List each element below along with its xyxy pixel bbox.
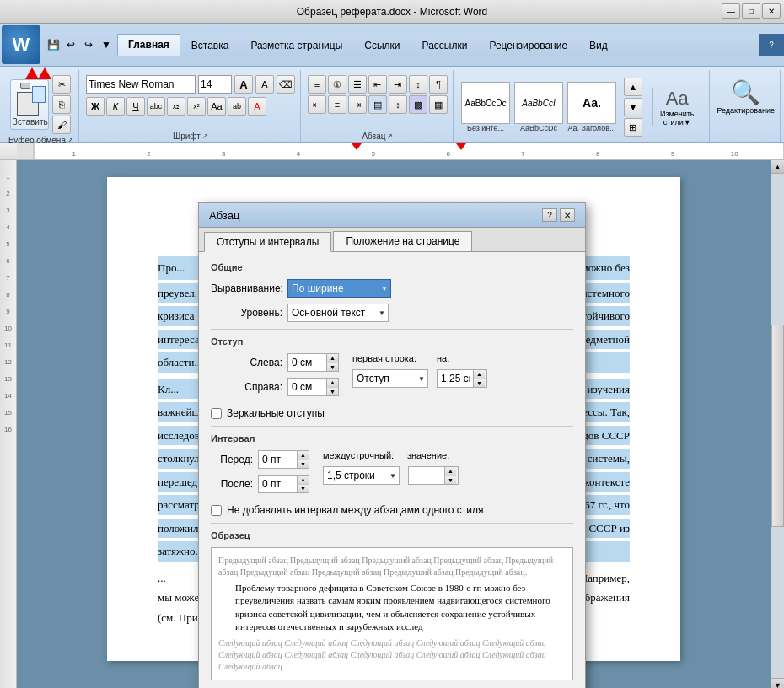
tab-review[interactable]: Рецензирование xyxy=(478,34,578,56)
borders-btn[interactable]: ▦ xyxy=(429,95,448,114)
ruler-marker-right[interactable] xyxy=(456,143,466,150)
copy-btn[interactable]: ⎘ xyxy=(52,95,71,114)
style-heading1-label: Aa. Заголов... xyxy=(567,124,615,132)
before-up[interactable]: ▲ xyxy=(297,451,309,460)
font-expand[interactable]: ↗ xyxy=(202,132,208,140)
after-down[interactable]: ▼ xyxy=(297,485,309,493)
font-name-input[interactable] xyxy=(86,75,196,94)
styles-more[interactable]: ⊞ xyxy=(624,118,642,137)
first-line-select[interactable]: Отступ Нет Выступ xyxy=(352,369,428,388)
style-no-spacing-label: AaBbCcDc xyxy=(520,124,557,132)
before-label: Перед: xyxy=(211,454,253,465)
indent-right-input[interactable] xyxy=(288,379,326,395)
dialog-tab-position[interactable]: Положение на странице xyxy=(333,231,472,251)
indent-left-input[interactable] xyxy=(288,354,326,371)
no-add-interval-checkbox[interactable] xyxy=(211,505,222,516)
font-color-btn[interactable]: A xyxy=(248,97,266,116)
line-spacing-up[interactable]: ▲ xyxy=(444,467,456,476)
style-heading1[interactable]: Aa. Aa. Заголов... xyxy=(567,82,617,132)
ruler-marker-left[interactable] xyxy=(352,143,362,150)
line-spacing-value-input[interactable] xyxy=(409,467,444,484)
align-center-btn[interactable]: ≡ xyxy=(328,95,346,114)
indent-right-down[interactable]: ▼ xyxy=(326,388,338,396)
office-button[interactable]: W xyxy=(2,25,40,64)
tab-insert[interactable]: Вставка xyxy=(180,34,240,56)
strikethrough-btn[interactable]: abc xyxy=(147,97,165,116)
alignment-select[interactable]: По ширине По левому краю По правому краю… xyxy=(287,279,391,298)
clear-format-btn[interactable]: ⌫ xyxy=(277,75,295,94)
paste-button[interactable]: Вставить xyxy=(10,79,49,130)
tab-home[interactable]: Главная xyxy=(117,34,180,56)
first-line-value-input[interactable] xyxy=(438,370,473,387)
styles-scroll-up[interactable]: ▲ xyxy=(624,78,642,96)
decrease-font-btn[interactable]: A xyxy=(255,75,274,94)
maximize-btn[interactable]: □ xyxy=(742,3,760,19)
align-right-btn[interactable]: ⇥ xyxy=(348,95,367,114)
subscript-btn[interactable]: x₂ xyxy=(167,97,185,116)
minimize-btn[interactable]: — xyxy=(722,3,740,19)
multilevel-btn[interactable]: ☰ xyxy=(348,75,367,94)
style-normal[interactable]: AaBbCcDc Без инте... xyxy=(460,82,511,132)
close-btn[interactable]: ✕ xyxy=(762,3,781,19)
before-down[interactable]: ▼ xyxy=(297,460,309,469)
bold-btn[interactable]: Ж xyxy=(86,97,105,116)
superscript-btn[interactable]: x² xyxy=(187,97,206,116)
indent-right-spinbox: ▲ ▼ xyxy=(287,378,339,396)
save-quick-btn[interactable]: 💾 xyxy=(46,37,61,52)
sort-btn[interactable]: ↕ xyxy=(409,75,427,94)
indent-left-down[interactable]: ▼ xyxy=(326,363,338,372)
decrease-indent-btn[interactable]: ⇤ xyxy=(368,75,387,94)
scroll-thumb[interactable] xyxy=(771,325,784,526)
change-case-btn[interactable]: Аа xyxy=(207,97,226,116)
paragraph-label: Абзац ↗ xyxy=(308,132,448,141)
paragraph-expand[interactable]: ↗ xyxy=(387,132,393,140)
ruler-body[interactable]: 1 2 3 4 5 6 7 8 9 10 xyxy=(34,143,784,159)
indent-left-up[interactable]: ▲ xyxy=(326,354,338,363)
style-no-spacing[interactable]: AaBbCcI AaBbCcDc xyxy=(513,82,564,132)
format-painter-btn[interactable]: 🖌 xyxy=(52,116,71,134)
level-select[interactable]: Основной текст Уровень 1 Уровень 2 xyxy=(287,304,389,322)
undo-quick-btn[interactable]: ↩ xyxy=(63,37,78,52)
quick-access-toolbar: 💾 ↩ ↪ ▼ xyxy=(42,35,117,54)
indent-right-up[interactable]: ▲ xyxy=(326,379,338,388)
line-spacing-down[interactable]: ▼ xyxy=(444,476,456,485)
ribbon-help-btn[interactable]: ? xyxy=(759,34,784,56)
increase-indent-btn[interactable]: ⇥ xyxy=(389,75,407,94)
tab-view[interactable]: Вид xyxy=(578,34,619,56)
editing-icon[interactable]: 🔍 Редактирование xyxy=(717,78,775,115)
after-input[interactable] xyxy=(259,476,297,492)
vertical-scrollbar[interactable]: ▲ ▼ xyxy=(771,160,784,688)
change-styles-btn[interactable]: Аа Изменить стили▼ xyxy=(660,88,695,126)
tab-mailings[interactable]: Рассылки xyxy=(411,34,479,56)
first-line-up[interactable]: ▲ xyxy=(473,370,485,379)
styles-scroll-down[interactable]: ▼ xyxy=(624,98,642,116)
italic-btn[interactable]: К xyxy=(106,97,125,116)
mirror-indent-checkbox[interactable] xyxy=(211,408,222,419)
tab-references[interactable]: Ссылки xyxy=(353,34,411,56)
increase-font-btn[interactable]: A xyxy=(234,75,253,94)
after-up[interactable]: ▲ xyxy=(297,476,309,485)
app-title: Образец реферата.docx - Microsoft Word xyxy=(297,6,488,18)
line-spacing-btn[interactable]: ↕ xyxy=(389,95,407,114)
underline-btn[interactable]: Ч xyxy=(126,97,145,116)
line-spacing-select[interactable]: 1,5 строки Одинарный Двойной Минимум Точ… xyxy=(323,466,400,485)
redo-quick-btn[interactable]: ↪ xyxy=(81,37,96,52)
align-justify-btn[interactable]: ▤ xyxy=(368,95,387,114)
first-line-down[interactable]: ▼ xyxy=(473,379,485,388)
font-size-input[interactable] xyxy=(198,75,232,94)
shading-btn[interactable]: ▩ xyxy=(409,95,427,114)
tab-page-layout[interactable]: Разметка страницы xyxy=(239,34,353,56)
before-input[interactable] xyxy=(259,451,297,468)
cut-btn[interactable]: ✂ xyxy=(52,75,71,94)
dialog-close-btn[interactable]: ✕ xyxy=(560,208,575,222)
bullets-btn[interactable]: ≡ xyxy=(308,75,326,94)
align-left-btn[interactable]: ⇤ xyxy=(308,95,326,114)
show-marks-btn[interactable]: ¶ xyxy=(429,75,448,94)
font-label: Шрифт ↗ xyxy=(86,132,295,141)
scroll-up-btn[interactable]: ▲ xyxy=(771,160,784,174)
text-highlight-btn[interactable]: ab xyxy=(228,97,246,116)
qa-more-btn[interactable]: ▼ xyxy=(99,37,114,52)
dialog-question-btn[interactable]: ? xyxy=(542,208,557,222)
dialog-tab-indents[interactable]: Отступы и интервалы xyxy=(204,232,331,252)
numbering-btn[interactable]: ① xyxy=(328,75,346,94)
